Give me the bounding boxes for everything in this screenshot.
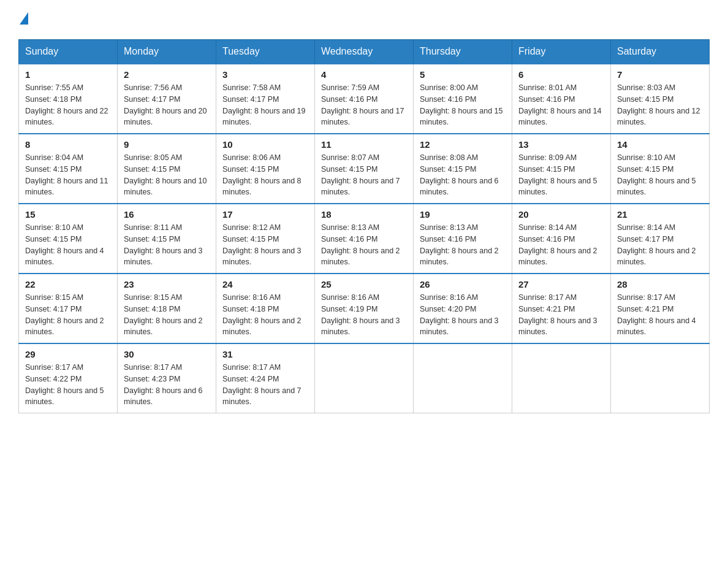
weekday-header-monday: Monday bbox=[118, 40, 216, 64]
day-info: Sunrise: 7:59 AMSunset: 4:16 PMDaylight:… bbox=[321, 82, 407, 128]
day-cell-2: 2Sunrise: 7:56 AMSunset: 4:17 PMDaylight… bbox=[118, 64, 216, 134]
calendar-table: SundayMondayTuesdayWednesdayThursdayFrid… bbox=[18, 39, 710, 413]
day-info: Sunrise: 8:00 AMSunset: 4:16 PMDaylight:… bbox=[420, 82, 506, 128]
day-number: 9 bbox=[124, 139, 210, 150]
day-info: Sunrise: 8:17 AMSunset: 4:24 PMDaylight:… bbox=[222, 362, 308, 408]
day-cell-27: 27Sunrise: 8:17 AMSunset: 4:21 PMDayligh… bbox=[512, 274, 611, 343]
day-cell-10: 10Sunrise: 8:06 AMSunset: 4:15 PMDayligh… bbox=[216, 134, 315, 204]
empty-cell bbox=[611, 343, 710, 413]
day-number: 24 bbox=[222, 279, 308, 289]
day-number: 12 bbox=[420, 139, 506, 150]
day-number: 10 bbox=[222, 139, 308, 150]
day-number: 27 bbox=[518, 279, 604, 289]
week-row-2: 8Sunrise: 8:04 AMSunset: 4:15 PMDaylight… bbox=[19, 134, 710, 204]
day-number: 13 bbox=[518, 139, 604, 150]
day-cell-9: 9Sunrise: 8:05 AMSunset: 4:15 PMDaylight… bbox=[118, 134, 216, 204]
day-cell-13: 13Sunrise: 8:09 AMSunset: 4:15 PMDayligh… bbox=[512, 134, 611, 204]
day-info: Sunrise: 8:17 AMSunset: 4:21 PMDaylight:… bbox=[518, 292, 604, 338]
day-number: 28 bbox=[617, 279, 703, 289]
day-info: Sunrise: 8:14 AMSunset: 4:16 PMDaylight:… bbox=[518, 222, 604, 268]
week-row-4: 22Sunrise: 8:15 AMSunset: 4:17 PMDayligh… bbox=[19, 274, 710, 343]
day-info: Sunrise: 7:55 AMSunset: 4:18 PMDaylight:… bbox=[25, 82, 111, 128]
weekday-header-thursday: Thursday bbox=[414, 40, 512, 64]
day-number: 31 bbox=[222, 349, 308, 359]
day-cell-20: 20Sunrise: 8:14 AMSunset: 4:16 PMDayligh… bbox=[512, 204, 611, 274]
day-number: 22 bbox=[25, 279, 111, 289]
day-info: Sunrise: 8:05 AMSunset: 4:15 PMDaylight:… bbox=[124, 152, 210, 198]
weekday-header-sunday: Sunday bbox=[19, 40, 118, 64]
day-cell-29: 29Sunrise: 8:17 AMSunset: 4:22 PMDayligh… bbox=[19, 343, 118, 413]
weekday-header-saturday: Saturday bbox=[611, 40, 710, 64]
weekday-header-row: SundayMondayTuesdayWednesdayThursdayFrid… bbox=[19, 40, 710, 64]
day-info: Sunrise: 7:58 AMSunset: 4:17 PMDaylight:… bbox=[222, 82, 308, 128]
logo-triangle-icon bbox=[20, 12, 28, 25]
day-number: 11 bbox=[321, 139, 407, 150]
day-cell-23: 23Sunrise: 8:15 AMSunset: 4:18 PMDayligh… bbox=[118, 274, 216, 343]
day-number: 29 bbox=[25, 349, 111, 359]
week-row-3: 15Sunrise: 8:10 AMSunset: 4:15 PMDayligh… bbox=[19, 204, 710, 274]
day-cell-15: 15Sunrise: 8:10 AMSunset: 4:15 PMDayligh… bbox=[19, 204, 118, 274]
day-number: 30 bbox=[124, 349, 210, 359]
day-cell-4: 4Sunrise: 7:59 AMSunset: 4:16 PMDaylight… bbox=[315, 64, 414, 134]
day-info: Sunrise: 8:10 AMSunset: 4:15 PMDaylight:… bbox=[25, 222, 111, 268]
day-cell-8: 8Sunrise: 8:04 AMSunset: 4:15 PMDaylight… bbox=[19, 134, 118, 204]
day-info: Sunrise: 8:08 AMSunset: 4:15 PMDaylight:… bbox=[420, 152, 506, 198]
day-info: Sunrise: 7:56 AMSunset: 4:17 PMDaylight:… bbox=[124, 82, 210, 128]
day-number: 16 bbox=[124, 209, 210, 220]
day-number: 2 bbox=[124, 69, 210, 80]
day-number: 1 bbox=[25, 69, 111, 80]
day-cell-31: 31Sunrise: 8:17 AMSunset: 4:24 PMDayligh… bbox=[216, 343, 315, 413]
day-cell-30: 30Sunrise: 8:17 AMSunset: 4:23 PMDayligh… bbox=[118, 343, 216, 413]
day-info: Sunrise: 8:13 AMSunset: 4:16 PMDaylight:… bbox=[321, 222, 407, 268]
day-number: 18 bbox=[321, 209, 407, 220]
day-info: Sunrise: 8:09 AMSunset: 4:15 PMDaylight:… bbox=[518, 152, 604, 198]
day-number: 26 bbox=[420, 279, 506, 289]
day-cell-14: 14Sunrise: 8:10 AMSunset: 4:15 PMDayligh… bbox=[611, 134, 710, 204]
day-number: 17 bbox=[222, 209, 308, 220]
day-number: 25 bbox=[321, 279, 407, 289]
day-number: 23 bbox=[124, 279, 210, 289]
day-number: 5 bbox=[420, 69, 506, 80]
day-cell-3: 3Sunrise: 7:58 AMSunset: 4:17 PMDaylight… bbox=[216, 64, 315, 134]
day-cell-6: 6Sunrise: 8:01 AMSunset: 4:16 PMDaylight… bbox=[512, 64, 611, 134]
day-number: 20 bbox=[518, 209, 604, 220]
day-cell-16: 16Sunrise: 8:11 AMSunset: 4:15 PMDayligh… bbox=[118, 204, 216, 274]
day-number: 21 bbox=[617, 209, 703, 220]
day-info: Sunrise: 8:04 AMSunset: 4:15 PMDaylight:… bbox=[25, 152, 111, 198]
day-cell-12: 12Sunrise: 8:08 AMSunset: 4:15 PMDayligh… bbox=[414, 134, 512, 204]
day-cell-19: 19Sunrise: 8:13 AMSunset: 4:16 PMDayligh… bbox=[414, 204, 512, 274]
day-number: 6 bbox=[518, 69, 604, 80]
day-cell-25: 25Sunrise: 8:16 AMSunset: 4:19 PMDayligh… bbox=[315, 274, 414, 343]
empty-cell bbox=[414, 343, 512, 413]
empty-cell bbox=[315, 343, 414, 413]
day-info: Sunrise: 8:16 AMSunset: 4:19 PMDaylight:… bbox=[321, 292, 407, 338]
day-info: Sunrise: 8:10 AMSunset: 4:15 PMDaylight:… bbox=[617, 152, 703, 198]
day-info: Sunrise: 8:07 AMSunset: 4:15 PMDaylight:… bbox=[321, 152, 407, 198]
day-cell-18: 18Sunrise: 8:13 AMSunset: 4:16 PMDayligh… bbox=[315, 204, 414, 274]
day-info: Sunrise: 8:17 AMSunset: 4:22 PMDaylight:… bbox=[25, 362, 111, 408]
weekday-header-tuesday: Tuesday bbox=[216, 40, 315, 64]
day-number: 19 bbox=[420, 209, 506, 220]
logo bbox=[18, 12, 28, 28]
weekday-header-friday: Friday bbox=[512, 40, 611, 64]
day-info: Sunrise: 8:16 AMSunset: 4:20 PMDaylight:… bbox=[420, 292, 506, 338]
day-cell-11: 11Sunrise: 8:07 AMSunset: 4:15 PMDayligh… bbox=[315, 134, 414, 204]
day-info: Sunrise: 8:03 AMSunset: 4:15 PMDaylight:… bbox=[617, 82, 703, 128]
day-cell-1: 1Sunrise: 7:55 AMSunset: 4:18 PMDaylight… bbox=[19, 64, 118, 134]
day-number: 3 bbox=[222, 69, 308, 80]
day-cell-17: 17Sunrise: 8:12 AMSunset: 4:15 PMDayligh… bbox=[216, 204, 315, 274]
page-header bbox=[18, 12, 710, 28]
week-row-5: 29Sunrise: 8:17 AMSunset: 4:22 PMDayligh… bbox=[19, 343, 710, 413]
day-info: Sunrise: 8:13 AMSunset: 4:16 PMDaylight:… bbox=[420, 222, 506, 268]
day-info: Sunrise: 8:15 AMSunset: 4:18 PMDaylight:… bbox=[124, 292, 210, 338]
day-info: Sunrise: 8:16 AMSunset: 4:18 PMDaylight:… bbox=[222, 292, 308, 338]
day-number: 8 bbox=[25, 139, 111, 150]
day-info: Sunrise: 8:06 AMSunset: 4:15 PMDaylight:… bbox=[222, 152, 308, 198]
day-info: Sunrise: 8:17 AMSunset: 4:23 PMDaylight:… bbox=[124, 362, 210, 408]
day-number: 4 bbox=[321, 69, 407, 80]
day-info: Sunrise: 8:17 AMSunset: 4:21 PMDaylight:… bbox=[617, 292, 703, 338]
day-cell-24: 24Sunrise: 8:16 AMSunset: 4:18 PMDayligh… bbox=[216, 274, 315, 343]
day-cell-21: 21Sunrise: 8:14 AMSunset: 4:17 PMDayligh… bbox=[611, 204, 710, 274]
day-number: 15 bbox=[25, 209, 111, 220]
day-number: 14 bbox=[617, 139, 703, 150]
